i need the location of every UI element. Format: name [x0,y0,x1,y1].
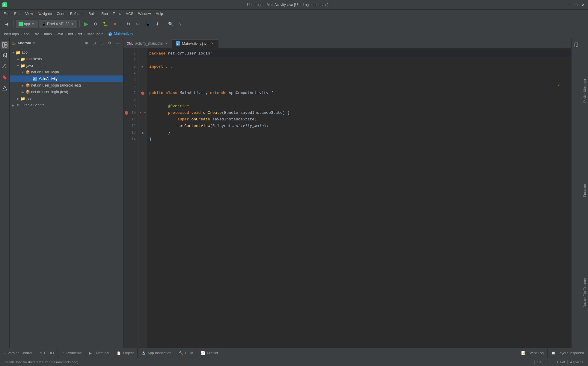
run-button[interactable]: ▶ [82,20,91,28]
build-variants-toggle[interactable] [1,84,9,92]
project-panel-toggle[interactable] [1,41,9,49]
search-everywhere-button[interactable]: 🔍 [167,20,175,28]
sdk-button[interactable]: ⬇ [153,20,162,28]
tree-item-res[interactable]: ▶ 📁 res [10,95,123,102]
svg-line-11 [3,65,5,67]
tree-item-java[interactable]: ▼ 📁 java [10,62,123,69]
menu-vcs[interactable]: VCS [123,10,136,17]
menu-file[interactable]: File [1,10,12,17]
toolbar-sep-4 [164,20,164,28]
sidebar-collapse-all-btn[interactable]: ⊟ [91,40,97,46]
bottom-tab-profiler[interactable]: 📈 Profiler [197,348,222,358]
line-num-7: 7 [123,90,138,96]
menu-view[interactable]: View [23,10,35,17]
sidebar-settings-btn[interactable]: ⚙ [106,40,113,46]
tab-close-activity-main[interactable]: ✕ [164,41,168,46]
breadcrumb-app[interactable]: app [24,32,30,36]
tree-item-mainactivity[interactable]: ▶ C MainActivity [10,75,123,82]
breadcrumb-mainactivity[interactable]: C MainActivity [108,32,133,36]
structure-toggle[interactable] [1,62,9,71]
debug-button[interactable]: 🐛 [101,20,110,28]
bottom-tab-problems[interactable]: ⚠ Problems [58,348,86,358]
bottom-tab-version-control[interactable]: ⑂ Version Control [0,348,36,358]
emulator-label[interactable]: Emulator [583,182,587,199]
bottom-tab-logcat[interactable]: 📋 Logcat [113,348,138,358]
fold-icon-13[interactable]: ▲ [142,129,144,136]
menu-window[interactable]: Window [136,10,153,17]
tab-activity-main-xml[interactable]: XML activity_main.xml ✕ [123,39,172,48]
app-selector-label: app [24,22,30,26]
breadcrumb-user_login[interactable]: user_login [87,32,103,36]
bookmarks-toggle[interactable]: 🔖 [1,73,9,81]
sidebar-hide-btn[interactable]: — [114,40,121,46]
close-button[interactable]: ✕ [581,2,586,7]
tree-item-androidtest[interactable]: ▶ 📦 net.drf.user_login (androidTest) [10,82,123,89]
device-file-explorer-label[interactable]: Device File Explorer [583,276,587,310]
tree-item-test[interactable]: ▶ 📦 net.drf.user_login (test) [10,89,123,95]
app-selector[interactable]: app ▼ [16,20,37,28]
menu-navigate[interactable]: Navigate [35,10,54,17]
tab-more-button[interactable]: ⋮ [563,39,571,48]
profile-button[interactable]: ⚙ [92,20,100,28]
bottom-tab-event-log[interactable]: 📝 Event Log [518,348,548,358]
svg-rect-7 [5,45,7,47]
menu-refactor[interactable]: Refactor [68,10,86,17]
sidebar-scope-btn[interactable]: ⊕ [83,40,90,46]
status-encoding[interactable]: UTF-8 [553,360,567,364]
bottom-tab-todo[interactable]: ≡ TODO [36,348,58,358]
app-inspection-icon: 🔬 [141,351,146,355]
menu-tools[interactable]: Tools [110,10,123,17]
bottom-tab-label-version-control: Version Control [7,351,32,355]
menu-help[interactable]: Help [153,10,165,17]
breadcrumb-userlogin[interactable]: UserLogin [2,32,19,36]
sync-button[interactable]: ↻ [124,20,133,28]
breadcrumb-drf[interactable]: drf [78,32,82,36]
sidebar-locate-btn[interactable]: ⊡ [99,40,105,46]
code-line-2 [147,57,571,63]
avd-button[interactable]: 📱 [144,20,152,28]
tree-item-gradle[interactable]: ▶ ⚙ Gradle Scripts [10,102,123,108]
bottom-tab-layout-inspector[interactable]: 🔲 Layout Inspector [548,348,588,358]
stop-button[interactable]: ■ [111,20,119,28]
bottom-tab-label-event-log: Event Log [527,351,544,355]
status-line-sep-text: LF [547,360,551,364]
minimize-button[interactable]: ─ [566,2,571,7]
breadcrumb-java[interactable]: java [57,32,63,36]
bottom-tab-app-inspection[interactable]: 🔬 App Inspection [138,348,175,358]
back-button[interactable]: ◀ [2,20,11,28]
device-selector[interactable]: 📱 Pixel 4 API 33 ▼ [39,20,77,28]
tree-item-manifests[interactable]: ▶ 📁 manifests [10,56,123,62]
bottom-tab-terminal[interactable]: ▶_ Terminal [85,348,113,358]
maximize-button[interactable]: □ [574,2,578,7]
device-manager-toggle[interactable] [572,41,581,49]
main-area: 🖼 🔖 Android ▼ ⊕ ⊟ ⊡ ⚙ — [0,38,588,348]
resource-manager-toggle[interactable]: 🖼 [1,52,9,60]
code-editor[interactable]: 1 2 3 4 5 6 7 8 9 10 11 12 13 14 ▶ [123,48,571,348]
gradle-button[interactable]: ⚙ [134,20,142,28]
device-manager-label[interactable]: Device Manager [583,76,587,105]
fold-icon-3[interactable]: ▶ [142,63,144,70]
menu-code[interactable]: Code [54,10,68,17]
bottom-tab-build[interactable]: 🔨 Build [175,348,197,358]
svg-rect-15 [12,43,16,43]
status-position[interactable]: 1:1 [535,360,544,364]
code-line-8 [147,96,571,103]
tree-item-net-drf-user_login[interactable]: ▼ 📦 net.drf.user_login [10,69,123,75]
gutter-3: ▶ [138,63,147,70]
menu-run[interactable]: Run [99,10,110,17]
status-indent[interactable]: 4 spaces [568,360,586,364]
tree-item-app[interactable]: ▼ 📁 app [10,49,123,56]
bottom-tab-label-profiler: Profiler [207,351,218,355]
bottom-tab-label-todo: TODO [43,351,54,355]
bottom-tab-label-logcat: Logcat [123,351,134,355]
breadcrumb-net[interactable]: net [68,32,73,36]
breadcrumb-main[interactable]: main [44,32,52,36]
status-line-separator[interactable]: LF [544,360,553,364]
tab-mainactivity-java[interactable]: C MainActivity.java ✕ [172,39,218,48]
menu-build[interactable]: Build [86,10,99,17]
code-content[interactable]: package net.drf.user_login; import ... p… [147,48,571,348]
git-button[interactable]: ⑂ [176,20,185,28]
tab-close-mainactivity[interactable]: ✕ [210,42,215,46]
breadcrumb-src[interactable]: src [34,32,39,36]
menu-edit[interactable]: Edit [12,10,23,17]
